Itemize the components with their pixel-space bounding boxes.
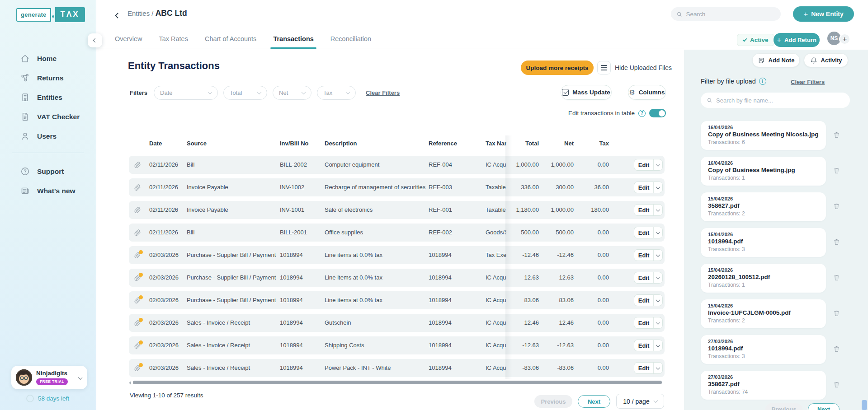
- column-header-reference[interactable]: Reference: [429, 137, 457, 150]
- paperclip-icon[interactable]: [134, 319, 141, 326]
- back-button[interactable]: [116, 11, 120, 19]
- paperclip-icon[interactable]: [134, 274, 141, 281]
- edit-button[interactable]: Edit: [634, 249, 663, 261]
- add-note-button[interactable]: Add Note: [752, 53, 800, 67]
- chevron-down-icon[interactable]: [653, 205, 662, 215]
- chevron-down-icon[interactable]: [653, 295, 662, 306]
- column-header-invbillno[interactable]: Inv/Bill No: [280, 137, 309, 150]
- table-row[interactable]: 02/03/2026 Sales - Invoice / Receipt 101…: [129, 314, 665, 332]
- chevron-down-icon[interactable]: [653, 317, 662, 328]
- menu-toggle-button[interactable]: [597, 61, 611, 75]
- sidebar-item-what-s-new[interactable]: What's new: [0, 181, 96, 200]
- chevron-down-icon[interactable]: [653, 159, 662, 170]
- global-search-input[interactable]: [686, 11, 775, 18]
- scrollbar-thumb[interactable]: [133, 381, 662, 384]
- column-header-source[interactable]: Source: [187, 137, 207, 150]
- global-search[interactable]: [671, 7, 781, 21]
- file-card[interactable]: 15/04/2026 Invoice-1UFCJLGM-0005.pdf Tra…: [701, 299, 826, 328]
- sidebar-collapse-button[interactable]: [88, 33, 102, 47]
- info-icon[interactable]: i: [759, 78, 766, 85]
- file-card[interactable]: 15/04/2026 1018994.pdf Transactions: 3: [701, 228, 826, 257]
- filter-dropdown-total[interactable]: Total: [223, 86, 267, 100]
- paperclip-icon[interactable]: [134, 252, 141, 259]
- edit-button[interactable]: Edit: [634, 294, 663, 306]
- sidebar-item-returns[interactable]: Returns: [0, 68, 96, 88]
- table-row[interactable]: 02/03/2026 Sales - Invoice / Receipt 101…: [129, 359, 665, 377]
- per-page-select[interactable]: 10 / page: [616, 394, 664, 409]
- edit-button[interactable]: Edit: [634, 204, 663, 216]
- chevron-down-icon[interactable]: [653, 250, 662, 261]
- paperclip-icon[interactable]: [134, 184, 141, 191]
- table-row[interactable]: 02/03/2026 Purchase - Supplier Bill / Pa…: [129, 291, 665, 309]
- table-row[interactable]: 02/11/2026 Invoice Payable INV-1002 Rech…: [129, 178, 665, 196]
- app-logo[interactable]: generate TΛX: [16, 7, 85, 22]
- mass-update-button[interactable]: Mass Update: [561, 85, 612, 100]
- edit-button[interactable]: Edit: [634, 159, 663, 171]
- table-row[interactable]: 02/11/2026 Invoice Payable INV-1001 Sale…: [129, 201, 665, 219]
- column-header-taxname[interactable]: Tax Name: [486, 137, 506, 150]
- help-icon[interactable]: ?: [638, 110, 646, 117]
- panel-next-button[interactable]: Next: [808, 403, 840, 410]
- delete-file-icon[interactable]: [833, 274, 840, 281]
- table-row[interactable]: 02/11/2026 Bill BILL-2002 Computer equip…: [129, 156, 665, 174]
- clear-filters-link[interactable]: Clear Filters: [791, 79, 825, 85]
- edit-button[interactable]: Edit: [634, 340, 663, 351]
- delete-file-icon[interactable]: [833, 202, 840, 210]
- chevron-down-icon[interactable]: [79, 373, 82, 382]
- chevron-down-icon[interactable]: [653, 227, 662, 238]
- file-card[interactable]: 27/03/2026 1018994.pdf Transactions: 3: [701, 335, 826, 364]
- file-card[interactable]: 15/04/2026 358627.pdf Transactions: 2: [701, 192, 826, 221]
- tab-reconciliation[interactable]: Reconciliation: [330, 35, 371, 49]
- file-card[interactable]: 27/03/2026 358627.pdf Transactions: 74: [701, 371, 826, 400]
- panel-previous-button[interactable]: Previous: [765, 403, 802, 410]
- delete-file-icon[interactable]: [833, 131, 840, 139]
- column-header-description[interactable]: Description: [325, 137, 357, 150]
- vertical-scrollbar-thumb[interactable]: [862, 400, 867, 410]
- edit-button[interactable]: Edit: [634, 272, 663, 284]
- file-card[interactable]: 15/04/2026 20260128_100512.pdf Transacti…: [701, 264, 826, 293]
- paperclip-icon[interactable]: [134, 229, 141, 236]
- file-card[interactable]: 16/04/2026 Copy of Business Meeting.jpg …: [701, 157, 826, 186]
- add-user-button[interactable]: [839, 33, 850, 45]
- columns-button[interactable]: ⚙ Columns: [628, 85, 666, 100]
- delete-file-icon[interactable]: [833, 309, 840, 317]
- clear-filters-link[interactable]: Clear Filters: [366, 89, 400, 96]
- filter-dropdown-net[interactable]: Net: [273, 86, 311, 100]
- paperclip-icon[interactable]: [134, 342, 141, 349]
- sidebar-item-entities[interactable]: Entities: [0, 88, 96, 107]
- column-header-net[interactable]: Net: [543, 137, 577, 150]
- hide-uploaded-files-label[interactable]: Hide Uploaded Files: [615, 64, 672, 71]
- delete-file-icon[interactable]: [833, 381, 840, 388]
- paperclip-icon[interactable]: [134, 206, 141, 214]
- sidebar-item-users[interactable]: Users: [0, 126, 96, 146]
- delete-file-icon[interactable]: [833, 167, 840, 174]
- horizontal-scrollbar[interactable]: [129, 380, 665, 385]
- upload-receipts-button[interactable]: Upload more receipts: [521, 61, 594, 75]
- chevron-down-icon[interactable]: [653, 363, 662, 373]
- chevron-down-icon[interactable]: [653, 182, 662, 193]
- table-row[interactable]: 02/03/2026 Purchase - Supplier Bill / Pa…: [129, 246, 665, 264]
- tab-transactions[interactable]: Transactions: [273, 35, 313, 49]
- sidebar-item-support[interactable]: Support: [0, 162, 96, 181]
- status-badge-active[interactable]: Active: [737, 34, 774, 46]
- breadcrumb-section[interactable]: Entities /: [127, 9, 156, 17]
- tab-chart-of-accounts[interactable]: Chart of Accounts: [205, 35, 256, 49]
- table-row[interactable]: 02/03/2026 Purchase - Supplier Bill / Pa…: [129, 269, 665, 287]
- activity-button[interactable]: Activity: [804, 53, 848, 67]
- tab-overview[interactable]: Overview: [115, 35, 142, 49]
- edit-in-table-toggle[interactable]: [649, 109, 666, 117]
- delete-file-icon[interactable]: [833, 345, 840, 353]
- table-row[interactable]: 02/03/2026 Sales - Invoice / Receipt 101…: [129, 336, 665, 354]
- file-search-input[interactable]: [716, 97, 844, 104]
- sidebar-item-vat-checker[interactable]: VAT Checker: [0, 107, 96, 126]
- edit-button[interactable]: Edit: [634, 182, 663, 193]
- chevron-down-icon[interactable]: [653, 272, 662, 283]
- add-return-button[interactable]: Add Return: [774, 33, 820, 47]
- chevron-down-icon[interactable]: [653, 340, 662, 351]
- column-header-total[interactable]: Total: [504, 137, 542, 150]
- new-entity-button[interactable]: New Entity: [793, 6, 854, 22]
- tab-tax-rates[interactable]: Tax Rates: [159, 35, 188, 49]
- file-card[interactable]: 16/04/2026 Copy of Business Meeting Nico…: [701, 121, 826, 150]
- paperclip-icon[interactable]: [134, 297, 141, 304]
- filter-dropdown-date[interactable]: Date: [154, 86, 218, 100]
